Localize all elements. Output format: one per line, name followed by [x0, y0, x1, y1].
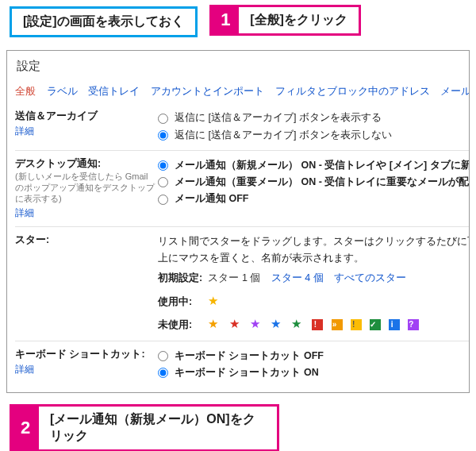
instruction-header-text: [設定]の画面を表示しておく: [23, 14, 184, 28]
stars-preset-row: 初期設定: スター 1 個 スター 4 個 すべてのスター: [158, 270, 470, 287]
send-archive-title: 送信＆アーカイブ: [15, 110, 98, 121]
send-archive-opt-show[interactable]: 返信に [送信＆アーカイブ] ボタンを表示する: [158, 110, 469, 126]
section-send-archive-label: 送信＆アーカイブ 詳細: [15, 110, 158, 138]
arrows-orange-icon[interactable]: »: [332, 319, 343, 330]
step-1: 1 [全般]をクリック: [209, 5, 361, 36]
instruction-header: [設定]の画面を表示しておく: [10, 6, 198, 37]
send-archive-radio-show[interactable]: [158, 114, 168, 124]
desktop-notify-detail-link[interactable]: 詳細: [15, 206, 34, 220]
stars-using-list: ★: [208, 294, 221, 307]
send-archive-opt-hide-label: 返信に [送信＆アーカイブ] ボタンを表示しない: [175, 127, 392, 144]
step-2: 2 [メール通知（新規メール）ON]をクリック: [10, 404, 279, 451]
send-archive-detail-link[interactable]: 詳細: [15, 125, 34, 138]
question-purple-icon[interactable]: ?: [408, 319, 419, 330]
tab-forward[interactable]: メール転送と PO: [440, 86, 470, 97]
tab-general[interactable]: 全般: [15, 86, 36, 97]
section-desktop-notify-label: デスクトップ通知: (新しいメールを受信したら Gmail のポップアップ通知を…: [15, 157, 158, 220]
stars-desc1: リスト間でスターをドラッグします。スターはクリックするたびに下記の: [158, 233, 470, 250]
shortcuts-title: キーボード ショートカット:: [15, 349, 145, 360]
shortcuts-opt-off[interactable]: キーボード ショートカット OFF: [158, 348, 469, 364]
settings-tabs: 全般 ラベル 受信トレイ アカウントとインポート フィルタとブロック中のアドレス…: [15, 85, 469, 98]
page-title: 設定: [15, 59, 469, 74]
desktop-notify-sub: (新しいメールを受信したら Gmail のポップアップ通知をデスクトップに表示す…: [15, 171, 158, 205]
star-purple-icon[interactable]: ★: [250, 314, 263, 334]
star-orange-icon[interactable]: ★: [208, 314, 221, 334]
stars-desc2: 上にマウスを置くと、名前が表示されます。: [158, 250, 470, 267]
section-shortcuts-label: キーボード ショートカット: 詳細: [15, 348, 158, 376]
stars-unused-row: 未使用: ★ ★ ★ ★ ★ ! » ! ✓ i ?: [158, 314, 470, 334]
send-archive-opt-hide[interactable]: 返信に [送信＆アーカイブ] ボタンを表示しない: [158, 127, 469, 144]
stars-using-row: 使用中: ★: [158, 291, 470, 311]
exclaim-yellow-icon[interactable]: !: [351, 319, 362, 330]
stars-using-label: 使用中:: [158, 294, 205, 310]
exclaim-red-icon[interactable]: !: [312, 319, 323, 330]
section-desktop-notify: デスクトップ通知: (新しいメールを受信したら Gmail のポップアップ通知を…: [15, 150, 469, 223]
tab-filters[interactable]: フィルタとブロック中のアドレス: [275, 86, 430, 97]
section-stars: スター: リスト間でスターをドラッグします。スターはクリックするたびに下記の 上…: [15, 226, 469, 337]
section-shortcuts-body: キーボード ショートカット OFF キーボード ショートカット ON: [158, 348, 469, 382]
section-stars-body: リスト間でスターをドラッグします。スターはクリックするたびに下記の 上にマウスを…: [158, 233, 470, 334]
stars-preset-label: 初期設定:: [158, 270, 205, 287]
preset-4[interactable]: スター 4 個: [271, 272, 324, 283]
shortcuts-opt-on[interactable]: キーボード ショートカット ON: [158, 364, 469, 381]
tab-inbox[interactable]: 受信トレイ: [88, 86, 140, 97]
preset-1[interactable]: スター 1 個: [208, 272, 260, 283]
star-blue-icon[interactable]: ★: [271, 314, 283, 334]
section-shortcuts: キーボード ショートカット: 詳細 キーボード ショートカット OFF キーボー…: [15, 341, 469, 385]
step-1-text: [全般]をクリック: [239, 7, 359, 33]
step-2-number: 2: [12, 407, 39, 449]
section-stars-label: スター:: [15, 233, 158, 247]
desktop-notify-title: デスクトップ通知:: [15, 158, 101, 169]
section-send-archive: 送信＆アーカイブ 詳細 返信に [送信＆アーカイブ] ボタンを表示する 返信に …: [15, 105, 469, 147]
stars-title: スター:: [15, 234, 49, 245]
send-archive-radio-hide[interactable]: [158, 130, 168, 141]
info-blue-icon[interactable]: i: [389, 319, 400, 330]
check-green-icon[interactable]: ✓: [370, 319, 381, 330]
tab-accounts[interactable]: アカウントとインポート: [151, 86, 264, 97]
star-green-icon[interactable]: ★: [291, 314, 304, 334]
star-yellow-icon[interactable]: ★: [208, 291, 221, 311]
step-2-text: [メール通知（新規メール）ON]をクリック: [39, 407, 277, 449]
notify-radio-important[interactable]: [158, 177, 168, 187]
notify-opt-new[interactable]: メール通知（新規メール） ON - 受信トレイや [メイン] タブに新着メー: [158, 157, 470, 174]
step-1-number: 1: [212, 7, 239, 33]
section-desktop-notify-body: メール通知（新規メール） ON - 受信トレイや [メイン] タブに新着メー メ…: [158, 157, 470, 208]
shortcuts-radio-on[interactable]: [158, 368, 168, 378]
notify-opt-off[interactable]: メール通知 OFF: [158, 191, 470, 207]
notify-opt-new-label: メール通知（新規メール） ON - 受信トレイや [メイン] タブに新着メー: [175, 160, 470, 171]
notify-radio-new[interactable]: [158, 160, 168, 171]
section-send-archive-body: 返信に [送信＆アーカイブ] ボタンを表示する 返信に [送信＆アーカイブ] ボ…: [158, 110, 469, 144]
shortcuts-detail-link[interactable]: 詳細: [15, 363, 34, 376]
tab-labels[interactable]: ラベル: [47, 86, 78, 97]
settings-window: 設定 全般 ラベル 受信トレイ アカウントとインポート フィルタとブロック中のア…: [6, 50, 470, 393]
shortcuts-radio-off[interactable]: [158, 351, 168, 361]
preset-all[interactable]: すべてのスター: [334, 272, 406, 283]
notify-opt-important-label: メール通知（重要メール） ON - 受信トレイに重要なメールが配信され: [175, 176, 470, 187]
stars-preset-links: スター 1 個 スター 4 個 すべてのスター: [208, 272, 414, 283]
shortcuts-opt-off-label: キーボード ショートカット OFF: [175, 350, 324, 361]
shortcuts-opt-on-label: キーボード ショートカット ON: [175, 367, 319, 378]
notify-opt-off-label: メール通知 OFF: [175, 193, 248, 204]
stars-unused-label: 未使用:: [158, 317, 205, 333]
stars-unused-list: ★ ★ ★ ★ ★ ! » ! ✓ i ?: [208, 317, 419, 330]
send-archive-opt-show-label: 返信に [送信＆アーカイブ] ボタンを表示する: [175, 110, 382, 126]
star-red-icon[interactable]: ★: [229, 314, 242, 334]
notify-radio-off[interactable]: [158, 195, 168, 205]
notify-opt-important[interactable]: メール通知（重要メール） ON - 受信トレイに重要なメールが配信され: [158, 174, 470, 191]
